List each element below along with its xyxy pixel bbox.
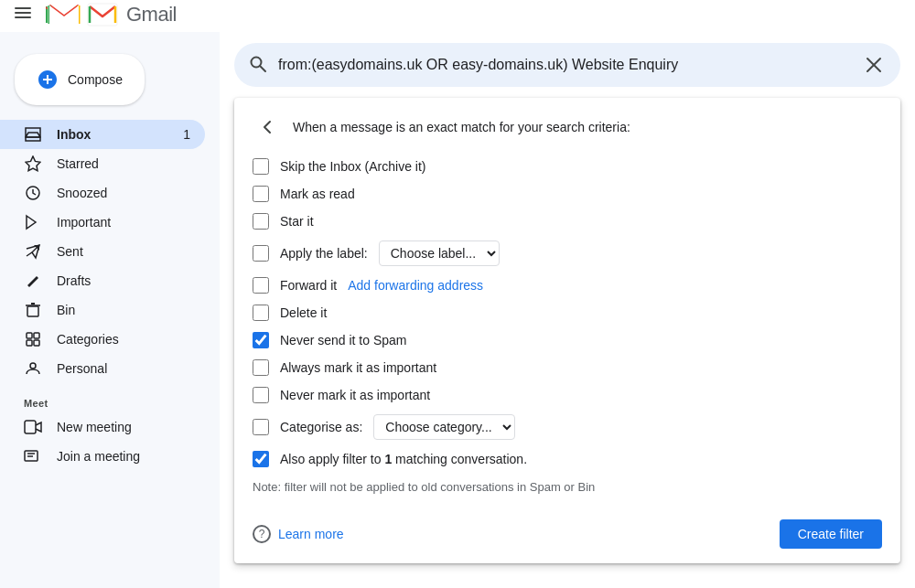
skip-inbox-checkbox[interactable] xyxy=(253,158,269,175)
svg-rect-14 xyxy=(27,306,38,316)
sidebar-item-sent[interactable]: Sent xyxy=(0,237,205,266)
inbox-icon xyxy=(24,125,42,144)
mark-read-label[interactable]: Mark as read xyxy=(280,187,355,201)
star-it-checkbox[interactable] xyxy=(253,213,269,230)
label-dropdown[interactable]: Choose label... xyxy=(379,241,500,266)
svg-rect-10 xyxy=(26,137,40,141)
sidebar-item-starred[interactable]: Starred xyxy=(0,149,205,178)
starred-label: Starred xyxy=(57,156,190,171)
learn-more-link[interactable]: Learn more xyxy=(278,527,344,541)
sidebar-item-join-meeting[interactable]: Join a meeting xyxy=(0,442,205,471)
sidebar-item-categories[interactable]: Categories xyxy=(0,325,205,354)
add-forwarding-address-link[interactable]: Add forwarding address xyxy=(348,278,483,293)
filter-dialog: When a message is an exact match for you… xyxy=(234,98,900,563)
apply-label-text[interactable]: Apply the label: xyxy=(280,246,368,261)
categorise-as-checkbox[interactable] xyxy=(253,419,269,435)
svg-rect-2 xyxy=(15,16,31,18)
back-button[interactable] xyxy=(253,112,282,142)
also-apply-row: Also apply filter to 1 matching conversa… xyxy=(253,445,882,473)
also-apply-label[interactable]: Also apply filter to 1 matching conversa… xyxy=(280,452,527,466)
main-content: When a message is an exact match for you… xyxy=(220,32,915,588)
never-important-row: Never mark it as important xyxy=(253,381,882,409)
sidebar: Compose Inbox 1 Starred xyxy=(0,32,220,588)
compose-label: Compose xyxy=(68,72,123,87)
sidebar-item-drafts[interactable]: Drafts xyxy=(0,266,205,295)
categorise-as-label[interactable]: Categorise as: xyxy=(280,420,362,434)
skip-inbox-label[interactable]: Skip the Inbox (Archive it) xyxy=(280,159,426,174)
also-apply-checkbox[interactable] xyxy=(253,451,269,467)
search-input[interactable] xyxy=(278,57,851,73)
dialog-footer: ? Learn more Create filter xyxy=(234,512,900,563)
apply-label-checkbox[interactable] xyxy=(253,245,269,262)
label-select-wrapper: Choose label... xyxy=(379,241,500,266)
sidebar-item-inbox[interactable]: Inbox 1 xyxy=(0,120,205,149)
delete-it-label[interactable]: Delete it xyxy=(280,305,327,320)
learn-more-section: ? Learn more xyxy=(253,525,344,543)
bin-label: Bin xyxy=(57,303,190,317)
always-important-row: Always mark it as important xyxy=(253,354,882,381)
gmail-logo-m xyxy=(86,2,119,27)
bin-icon xyxy=(24,301,42,319)
dialog-title: When a message is an exact match for you… xyxy=(293,120,630,134)
svg-rect-19 xyxy=(27,340,32,346)
always-important-label[interactable]: Always mark it as important xyxy=(280,360,436,375)
hamburger-menu[interactable] xyxy=(7,0,38,28)
gmail-logo[interactable]: Gmail xyxy=(42,1,177,28)
join-meeting-icon xyxy=(24,447,42,465)
sidebar-item-bin[interactable]: Bin xyxy=(0,295,205,325)
never-spam-checkbox[interactable] xyxy=(253,332,269,348)
sidebar-item-new-meeting[interactable]: New meeting xyxy=(0,412,205,442)
personal-label: Personal xyxy=(57,361,190,376)
svg-rect-18 xyxy=(34,333,39,338)
help-icon[interactable]: ? xyxy=(253,525,271,543)
filter-note: Note: filter will not be applied to old … xyxy=(253,473,882,497)
delete-it-checkbox[interactable] xyxy=(253,305,269,321)
svg-rect-22 xyxy=(25,421,36,433)
join-meeting-label: Join a meeting xyxy=(57,449,190,464)
compose-icon xyxy=(37,69,59,91)
dialog-header: When a message is an exact match for you… xyxy=(234,98,900,149)
svg-rect-17 xyxy=(27,333,32,338)
snoozed-icon xyxy=(24,184,42,202)
inbox-label: Inbox xyxy=(57,127,168,142)
sidebar-item-snoozed[interactable]: Snoozed xyxy=(0,178,205,208)
categories-icon xyxy=(24,330,42,348)
search-bar xyxy=(234,43,900,87)
search-icon xyxy=(249,55,267,76)
compose-button[interactable]: Compose xyxy=(15,54,145,105)
star-it-label[interactable]: Star it xyxy=(280,214,314,229)
category-dropdown[interactable]: Choose category... xyxy=(373,414,515,440)
always-important-checkbox[interactable] xyxy=(253,359,269,376)
drafts-icon xyxy=(24,272,42,290)
never-important-checkbox[interactable] xyxy=(253,387,269,403)
never-spam-label[interactable]: Never send it to Spam xyxy=(280,333,407,347)
svg-line-27 xyxy=(260,66,265,71)
also-apply-text-before: Also apply filter to xyxy=(280,452,384,466)
meet-section-label: Meet xyxy=(0,390,220,412)
delete-it-row: Delete it xyxy=(253,299,882,326)
apply-label-row: Apply the label: Choose label... xyxy=(253,235,882,272)
svg-rect-20 xyxy=(34,340,39,346)
star-it-row: Star it xyxy=(253,208,882,235)
new-meeting-label: New meeting xyxy=(57,420,190,434)
skip-inbox-row: Skip the Inbox (Archive it) xyxy=(253,153,882,180)
important-icon xyxy=(24,213,42,231)
forward-it-checkbox[interactable] xyxy=(253,277,269,294)
sidebar-item-important[interactable]: Important xyxy=(0,208,205,237)
never-important-label[interactable]: Never mark it as important xyxy=(280,388,430,402)
mark-read-row: Mark as read xyxy=(253,180,882,208)
gmail-label: Gmail xyxy=(126,3,177,27)
create-filter-button[interactable]: Create filter xyxy=(780,519,882,549)
never-spam-row: Never send it to Spam xyxy=(253,326,882,354)
drafts-label: Drafts xyxy=(57,273,190,288)
sent-label: Sent xyxy=(57,244,190,259)
inbox-badge: 1 xyxy=(183,127,190,142)
svg-marker-12 xyxy=(27,216,36,229)
important-label: Important xyxy=(57,215,190,230)
sidebar-item-personal[interactable]: Personal xyxy=(0,354,205,383)
mark-read-checkbox[interactable] xyxy=(253,186,269,202)
search-close-button[interactable] xyxy=(862,53,886,77)
forward-it-label[interactable]: Forward it xyxy=(280,278,337,293)
svg-rect-0 xyxy=(15,7,31,9)
categories-label: Categories xyxy=(57,332,190,347)
